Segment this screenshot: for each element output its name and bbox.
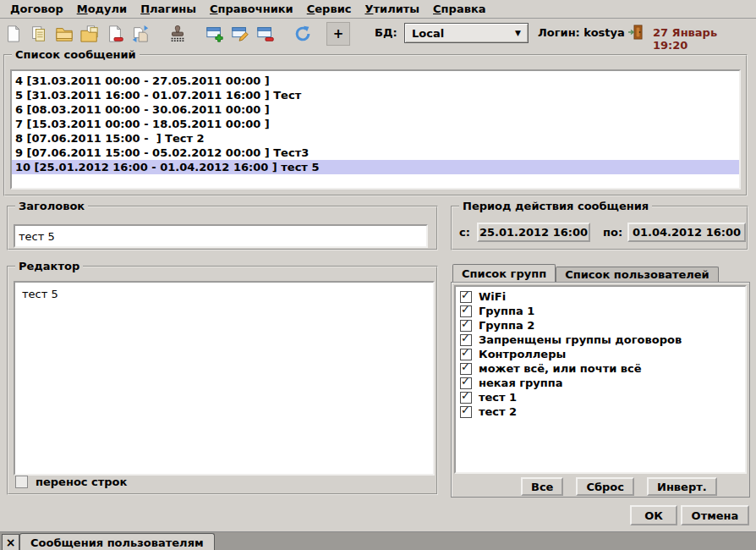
panel-buttons: Все Сброс Инверт. xyxy=(521,477,717,496)
menu-item[interactable]: Сервис xyxy=(300,2,359,16)
checkbox-label: Группа 1 xyxy=(479,305,534,317)
group-list-item[interactable]: WiFi xyxy=(456,289,745,304)
checkbox-label: Группа 2 xyxy=(479,319,534,332)
datetime-label: 27 Январь 19:20 xyxy=(653,26,756,52)
period-group-title: Период действия сообщения xyxy=(459,200,652,212)
bottom-tab-messages[interactable]: Сообщения пользователям xyxy=(19,533,215,550)
checkbox[interactable] xyxy=(460,349,472,360)
menu-item[interactable]: Справка xyxy=(426,2,492,16)
period-to-button[interactable]: 01.04.2012 16:00 xyxy=(627,223,746,242)
refresh-icon[interactable] xyxy=(293,24,313,44)
menu-item[interactable]: Справочники xyxy=(203,2,300,16)
group-list-item[interactable]: Группа 1 xyxy=(456,304,745,318)
period-from-label: с: xyxy=(459,226,470,239)
add-window-icon[interactable] xyxy=(205,24,225,44)
message-list-item[interactable]: 10 [25.01.2012 16:00 - 01.04.2012 16:00 … xyxy=(12,160,739,174)
header-input[interactable] xyxy=(14,224,428,248)
groups-users-panel: Список групп Список пользователей WiFi Г… xyxy=(451,264,750,498)
menu-item[interactable]: Договор xyxy=(3,2,70,16)
checkbox-label: Запренщены группы договоров xyxy=(479,333,682,346)
checkbox-label: может всё, или почти всё xyxy=(479,362,642,375)
stamp-icon[interactable] xyxy=(167,24,188,44)
editor-group-title: Редактор xyxy=(15,260,83,272)
checkbox[interactable] xyxy=(460,320,472,332)
panel-tab[interactable]: Список пользователей xyxy=(556,267,719,282)
group-list-item[interactable]: тест 1 xyxy=(456,390,745,404)
message-list-item[interactable]: 9 [07.06.2011 15:00 - 05.02.2012 00:00 ]… xyxy=(12,146,739,160)
checkbox[interactable] xyxy=(460,392,472,404)
replace-document-icon[interactable] xyxy=(130,24,151,44)
menu-item[interactable]: Плагины xyxy=(134,2,203,16)
checkbox-label: WiFi xyxy=(479,290,506,303)
door-exit-icon[interactable] xyxy=(627,24,644,41)
open-folder-icon[interactable] xyxy=(54,24,74,44)
edit-window-icon[interactable] xyxy=(230,24,250,44)
messages-group-title: Список сообщений xyxy=(12,48,140,61)
group-list-item[interactable]: некая группа xyxy=(456,376,745,390)
menu-bar: Договор Модули Плагины Справочники Серви… xyxy=(0,0,756,19)
messages-groupbox: Список сообщений 4 [31.03.2011 00:00 - 2… xyxy=(3,54,748,196)
wrap-checkbox[interactable] xyxy=(15,476,28,488)
toolbar-plus-button[interactable]: + xyxy=(326,22,350,46)
checkbox-label: тест 2 xyxy=(479,405,517,418)
db-selected-value: Local xyxy=(412,27,444,40)
checkbox[interactable] xyxy=(460,406,472,418)
message-list[interactable]: 4 [31.03.2011 00:00 - 27.05.2011 00:00 ]… xyxy=(10,69,741,190)
editor-groupbox: Редактор тест 5 перенос строк xyxy=(7,266,438,495)
message-list-item[interactable]: 6 [08.03.2011 00:00 - 30.06.2011 00:00 ] xyxy=(12,102,739,117)
group-list-item[interactable]: тест 2 xyxy=(456,404,745,419)
period-groupbox: Период действия сообщения с: 25.01.2012 … xyxy=(451,206,748,250)
close-tab-button[interactable]: × xyxy=(2,534,19,550)
db-select[interactable]: Local ▼ xyxy=(404,23,529,43)
panel-tab[interactable]: Список групп xyxy=(452,264,556,282)
checkbox[interactable] xyxy=(460,377,472,389)
panel-tab-frame: WiFi Группа 1 Группа 2 Запренщены группы… xyxy=(451,282,750,498)
checkbox-label: тест 1 xyxy=(479,391,517,404)
message-list-item[interactable]: 7 [15.03.2011 00:00 - 18.05.2011 00:00 ] xyxy=(12,117,739,131)
bottom-tab-bar: × Сообщения пользователям xyxy=(0,531,756,550)
group-list-item[interactable]: Группа 2 xyxy=(456,318,745,333)
new-document-icon[interactable] xyxy=(3,24,24,44)
copy-document-icon[interactable] xyxy=(29,24,49,44)
login-label: Логин: kostya xyxy=(538,26,625,39)
panel-tabs: Список групп Список пользователей xyxy=(452,264,719,282)
menu-item[interactable]: Утилиты xyxy=(358,2,426,16)
message-list-item[interactable]: 5 [31.03.2011 16:00 - 01.07.2011 16:00 ]… xyxy=(12,88,739,102)
message-list-item[interactable]: 4 [31.03.2011 00:00 - 27.05.2011 00:00 ] xyxy=(12,74,739,88)
menu-item[interactable]: Модули xyxy=(70,2,134,16)
panel-button[interactable]: Сброс xyxy=(576,477,634,496)
message-list-item[interactable]: 8 [07.06.2011 15:00 - ] Тест 2 xyxy=(12,131,739,146)
group-checkbox-list[interactable]: WiFi Группа 1 Группа 2 Запренщены группы… xyxy=(454,285,747,474)
cancel-button[interactable]: Отмена xyxy=(681,505,749,525)
checkbox-label: некая группа xyxy=(479,377,563,389)
group-list-item[interactable]: может всё, или почти всё xyxy=(456,361,745,376)
checkbox[interactable] xyxy=(460,305,472,317)
header-group-title: Заголовок xyxy=(15,200,88,212)
period-to-label: по: xyxy=(603,226,622,239)
checkbox-label: Контроллеры xyxy=(479,348,566,360)
chevron-down-icon: ▼ xyxy=(515,29,521,37)
group-list-item[interactable]: Контроллеры xyxy=(456,347,745,361)
header-groupbox: Заголовок xyxy=(7,206,438,250)
ok-button[interactable]: ОК xyxy=(630,505,677,525)
toolbar: + БД: Local ▼ Логин: kostya 27 Январь 19… xyxy=(0,19,756,47)
folder-documents-icon[interactable] xyxy=(79,24,100,44)
wrap-checkbox-label: перенос строк xyxy=(36,476,127,488)
panel-button[interactable]: Все xyxy=(521,477,563,496)
checkbox[interactable] xyxy=(460,334,472,346)
checkbox[interactable] xyxy=(460,291,472,303)
panel-button[interactable]: Инверт. xyxy=(647,477,717,496)
editor-textarea[interactable]: тест 5 xyxy=(14,281,435,476)
delete-document-icon[interactable] xyxy=(105,24,125,44)
group-list-item[interactable]: Запренщены группы договоров xyxy=(456,333,745,347)
checkbox[interactable] xyxy=(460,363,472,375)
period-from-button[interactable]: 25.01.2012 16:00 xyxy=(477,223,590,242)
db-label: БД: xyxy=(375,26,397,39)
remove-window-icon[interactable] xyxy=(255,24,276,44)
